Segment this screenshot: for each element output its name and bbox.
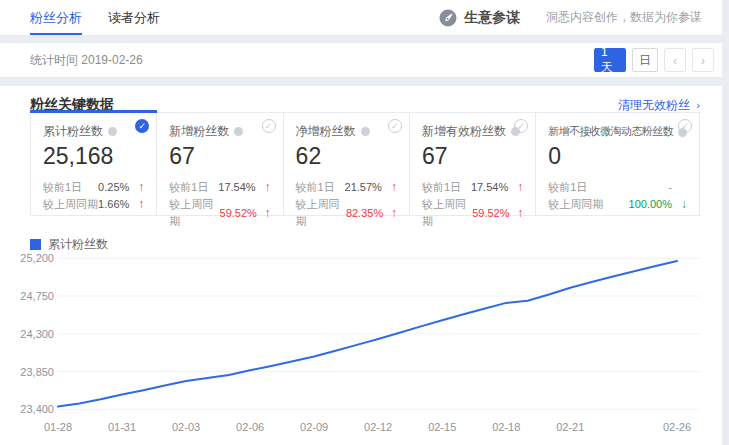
comparison-label: 较上周同期: [422, 196, 472, 230]
fan-key-data-panel: 粉丝关键数据 清理无效粉丝 › ✓累计粉丝数25,168较前1日0.25%↑较上…: [0, 86, 722, 445]
x-axis-label: 02-18: [492, 421, 520, 433]
comparison-value: 59.52%: [220, 205, 257, 222]
tab-fan-analysis[interactable]: 粉丝分析: [30, 0, 82, 35]
check-circle-outline-icon[interactable]: ✓: [388, 119, 402, 133]
x-axis-label: 02-12: [364, 421, 392, 433]
comparison-label: 较上周同期: [296, 196, 346, 230]
unit-day-button[interactable]: 日: [632, 48, 658, 72]
metric-card-4[interactable]: ✓新增不接收微淘动态粉丝数0较前1日-较上周同期100.00%↓: [536, 113, 699, 215]
comparison-label: 较上周同期: [169, 196, 219, 230]
comparison-row: 较上周同期59.52%↑: [169, 196, 270, 230]
arrow-up-icon: ↑: [129, 196, 144, 213]
next-date-button[interactable]: ›: [692, 48, 714, 72]
top-header: 粉丝分析 读者分析 生意参谋 洞悉内容创作，数据为你参谋: [0, 0, 722, 36]
card-title-text: 新增有效粉丝数: [422, 124, 506, 138]
y-axis-label: 23,400: [20, 403, 54, 415]
legend-swatch-icon: [30, 239, 41, 250]
x-axis-label: 02-03: [172, 421, 200, 433]
card-value: 62: [296, 142, 397, 170]
check-circle-outline-icon[interactable]: ✓: [678, 119, 692, 133]
arrow-up-icon: ↑: [383, 205, 397, 222]
tab-reader-analysis-label: 读者分析: [108, 9, 160, 27]
x-axis-label: 02-21: [556, 421, 584, 433]
x-axis-label: 02-15: [428, 421, 456, 433]
comparison-label: 较上周同期: [43, 196, 98, 213]
comparison-value: 17.54%: [471, 179, 508, 196]
metric-card-3[interactable]: ✓新增有效粉丝数67较前1日17.54%↑较上周同期59.52%↑: [410, 113, 536, 215]
card-comparison-rows: 较前1日21.57%↑较上周同期82.35%↑: [296, 179, 397, 230]
brand-slogan: 洞悉内容创作，数据为你参谋: [546, 9, 702, 26]
comparison-value: 21.57%: [345, 179, 382, 196]
info-icon: [361, 127, 370, 136]
date-controls: 1天 日 ‹ ›: [594, 48, 714, 72]
arrow-up-icon: ↑: [257, 205, 271, 222]
info-icon: [108, 127, 117, 136]
card-comparison-rows: 较前1日-较上周同期100.00%↓: [548, 179, 687, 213]
y-axis-label: 24,750: [20, 290, 54, 302]
tab-fan-analysis-label: 粉丝分析: [30, 9, 82, 27]
arrow-up-icon: ↑: [509, 205, 523, 222]
card-title: 净增粉丝数: [296, 123, 397, 139]
tab-bar: 粉丝分析 读者分析: [30, 0, 186, 35]
card-value: 0: [548, 142, 687, 170]
card-title: 新增有效粉丝数: [422, 123, 523, 139]
comparison-value: 59.52%: [472, 205, 509, 222]
trend-line-chart: 23,40023,85024,30024,75025,20001-2801-31…: [0, 250, 722, 445]
card-comparison-rows: 较前1日17.54%↑较上周同期59.52%↑: [169, 179, 270, 230]
tab-reader-analysis[interactable]: 读者分析: [108, 0, 160, 35]
comparison-label: 较前1日: [296, 179, 335, 196]
stat-time-label: 统计时间 2019-02-26: [30, 52, 143, 69]
x-axis-label: 01-31: [108, 421, 136, 433]
arrow-up-icon: ↑: [382, 179, 397, 196]
sycm-logo-icon: [439, 9, 457, 27]
y-axis-label: 23,850: [20, 366, 54, 378]
date-toolbar: 统计时间 2019-02-26 1天 日 ‹ ›: [0, 43, 722, 77]
metric-card-2[interactable]: ✓净增粉丝数62较前1日21.57%↑较上周同期82.35%↑: [284, 113, 410, 215]
check-circle-filled-icon[interactable]: ✓: [135, 119, 149, 133]
x-axis-label: 02-06: [236, 421, 264, 433]
metric-card-0[interactable]: ✓累计粉丝数25,168较前1日0.25%↑较上周同期1.66%↑: [31, 113, 157, 215]
comparison-label: 较前1日: [422, 179, 461, 196]
comparison-row: 较上周同期1.66%↑: [43, 196, 144, 213]
card-value: 67: [169, 142, 270, 170]
card-title-text: 累计粉丝数: [43, 124, 103, 138]
range-1day-button[interactable]: 1天: [594, 48, 626, 72]
info-icon: [234, 127, 243, 136]
comparison-row: 较上周同期59.52%↑: [422, 196, 523, 230]
comparison-value: 17.54%: [218, 179, 255, 196]
card-comparison-rows: 较前1日0.25%↑较上周同期1.66%↑: [43, 179, 144, 213]
x-axis-label: 01-28: [44, 421, 72, 433]
comparison-value: 82.35%: [346, 205, 383, 222]
x-axis-label: 02-09: [300, 421, 328, 433]
arrow-up-icon: ↑: [256, 179, 271, 196]
comparison-row: 较上周同期100.00%↓: [548, 196, 687, 213]
card-title-text: 新增不接收微淘动态粉丝数: [548, 125, 673, 137]
comparison-value: 0.25%: [98, 179, 129, 196]
arrow-up-icon: ↑: [508, 179, 523, 196]
chevron-right-icon: ›: [696, 99, 700, 111]
comparison-label: 较前1日: [548, 179, 587, 196]
arrow-down-icon: ↓: [672, 196, 687, 213]
comparison-label: 较前1日: [43, 179, 82, 196]
card-comparison-rows: 较前1日17.54%↑较上周同期59.52%↑: [422, 179, 523, 230]
brand: 生意参谋 洞悉内容创作，数据为你参谋: [439, 9, 702, 27]
page: 粉丝分析 读者分析 生意参谋 洞悉内容创作，数据为你参谋 统计时间 2019-0…: [0, 0, 722, 445]
prev-date-button[interactable]: ‹: [664, 48, 686, 72]
check-circle-outline-icon[interactable]: ✓: [262, 119, 276, 133]
clean-invalid-fans-link[interactable]: 清理无效粉丝 ›: [618, 97, 700, 114]
card-title: 累计粉丝数: [43, 123, 144, 139]
metric-card-1[interactable]: ✓新增粉丝数67较前1日17.54%↑较上周同期59.52%↑: [157, 113, 283, 215]
card-title-text: 新增粉丝数: [169, 124, 229, 138]
card-title: 新增粉丝数: [169, 123, 270, 139]
comparison-value: 1.66%: [98, 196, 129, 213]
comparison-row: 较前1日0.25%↑: [43, 179, 144, 196]
check-circle-outline-icon[interactable]: ✓: [514, 119, 528, 133]
card-title: 新增不接收微淘动态粉丝数: [548, 123, 687, 139]
brand-name: 生意参谋: [464, 9, 520, 27]
arrow-up-icon: ↑: [129, 179, 144, 196]
comparison-value: -: [668, 179, 672, 196]
comparison-row: 较前1日21.57%↑: [296, 179, 397, 196]
comparison-label: 较上周同期: [548, 196, 603, 213]
metric-card-row: ✓累计粉丝数25,168较前1日0.25%↑较上周同期1.66%↑✓新增粉丝数6…: [30, 112, 700, 216]
comparison-row: 较前1日-: [548, 179, 687, 196]
